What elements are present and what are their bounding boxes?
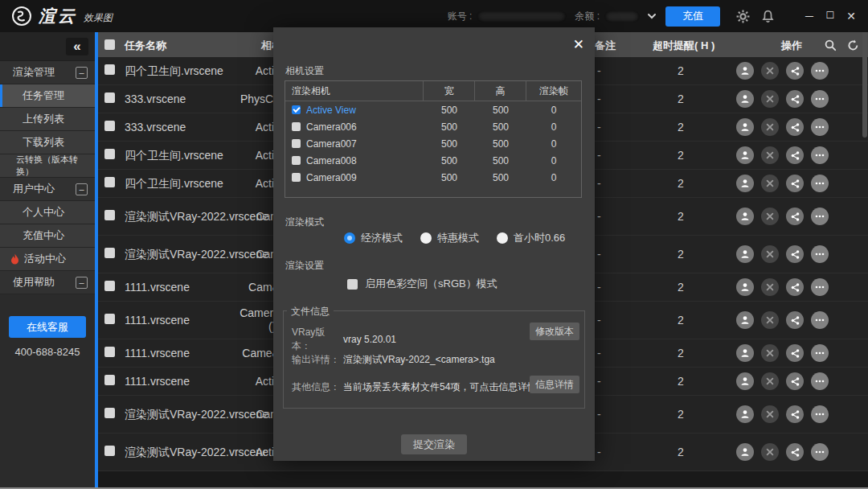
- share-icon[interactable]: [786, 118, 804, 136]
- share-icon[interactable]: [786, 311, 804, 329]
- camera-checkbox[interactable]: [292, 122, 301, 131]
- more-icon[interactable]: [811, 344, 829, 362]
- cancel-icon[interactable]: [761, 344, 779, 362]
- row-checkbox[interactable]: [104, 210, 115, 220]
- srgb-checkbox[interactable]: [347, 279, 358, 290]
- row-checkbox[interactable]: [104, 64, 115, 75]
- radio-option-economy[interactable]: 经济模式: [344, 231, 403, 245]
- cancel-icon[interactable]: [761, 372, 779, 390]
- sidebar-group-render-management[interactable]: 渲染管理–: [0, 61, 95, 84]
- user-icon[interactable]: [736, 311, 754, 329]
- more-icon[interactable]: [811, 90, 829, 108]
- camera-checkbox[interactable]: [292, 105, 301, 114]
- info-detail-button[interactable]: 信息详情: [530, 376, 579, 393]
- more-icon[interactable]: [811, 62, 829, 80]
- sidebar-item-download-list[interactable]: 下载列表: [0, 131, 95, 154]
- user-icon[interactable]: [736, 175, 754, 192]
- sidebar-group-help[interactable]: 使用帮助–: [0, 271, 95, 294]
- more-icon[interactable]: [811, 443, 829, 461]
- sidebar-item-cloud-convert[interactable]: 云转换（版本转换）: [0, 154, 95, 178]
- cancel-icon[interactable]: [761, 208, 779, 225]
- row-checkbox[interactable]: [104, 177, 115, 187]
- cancel-icon[interactable]: [761, 405, 779, 423]
- share-icon[interactable]: [786, 146, 804, 164]
- cancel-icon[interactable]: [761, 146, 779, 164]
- more-icon[interactable]: [811, 278, 829, 296]
- share-icon[interactable]: [786, 90, 804, 108]
- user-icon[interactable]: [736, 344, 754, 362]
- user-icon[interactable]: [736, 245, 754, 263]
- row-checkbox[interactable]: [104, 248, 115, 258]
- row-checkbox[interactable]: [104, 281, 115, 291]
- user-icon[interactable]: [736, 62, 754, 80]
- row-checkbox[interactable]: [104, 375, 115, 385]
- share-icon[interactable]: [786, 175, 804, 192]
- radio-first-hour-icon[interactable]: [497, 232, 508, 244]
- row-checkbox[interactable]: [104, 347, 115, 357]
- srgb-checkbox-row[interactable]: 启用色彩空间（sRGB）模式: [347, 277, 497, 291]
- user-icon[interactable]: [736, 118, 754, 136]
- sidebar-item-activity-center[interactable]: 活动中心: [0, 248, 95, 271]
- user-icon[interactable]: [736, 372, 754, 390]
- more-icon[interactable]: [811, 311, 829, 329]
- more-icon[interactable]: [811, 208, 829, 225]
- cancel-icon[interactable]: [761, 90, 779, 108]
- collapse-group-icon[interactable]: –: [76, 67, 88, 79]
- online-service-button[interactable]: 在线客服: [9, 316, 86, 338]
- radio-economy-icon[interactable]: [344, 232, 355, 244]
- sidebar-item-task-management[interactable]: 任务管理: [0, 84, 95, 108]
- share-icon[interactable]: [786, 405, 804, 423]
- sidebar-item-upload-list[interactable]: 上传列表: [0, 108, 95, 131]
- user-icon[interactable]: [736, 146, 754, 164]
- row-checkbox[interactable]: [104, 446, 115, 456]
- radio-special-icon[interactable]: [420, 232, 432, 244]
- radio-option-special[interactable]: 特惠模式: [420, 231, 479, 245]
- cancel-icon[interactable]: [761, 278, 779, 296]
- chevron-down-icon[interactable]: [646, 10, 657, 22]
- recharge-button[interactable]: 充值: [665, 6, 720, 27]
- refresh-icon[interactable]: [846, 39, 860, 52]
- share-icon[interactable]: [786, 245, 804, 263]
- radio-option-first-hour[interactable]: 首小时0.66: [497, 231, 565, 245]
- share-icon[interactable]: [786, 278, 804, 296]
- user-icon[interactable]: [736, 443, 754, 461]
- cancel-icon[interactable]: [761, 443, 779, 461]
- user-icon[interactable]: [736, 405, 754, 423]
- camera-checkbox[interactable]: [292, 139, 301, 148]
- camera-checkbox[interactable]: [292, 156, 301, 165]
- cancel-icon[interactable]: [761, 62, 779, 80]
- share-icon[interactable]: [786, 344, 804, 362]
- share-icon[interactable]: [786, 62, 804, 80]
- more-icon[interactable]: [811, 245, 829, 263]
- sidebar-group-user-center[interactable]: 用户中心–: [0, 178, 95, 201]
- collapse-sidebar-icon[interactable]: «: [66, 38, 88, 55]
- scrollbar-thumb[interactable]: [862, 29, 867, 138]
- share-icon[interactable]: [786, 208, 804, 225]
- cancel-icon[interactable]: [761, 245, 779, 263]
- close-icon[interactable]: ✕: [842, 10, 860, 23]
- row-checkbox[interactable]: [104, 92, 115, 103]
- cancel-icon[interactable]: [761, 311, 779, 329]
- user-icon[interactable]: [736, 208, 754, 225]
- maximize-icon[interactable]: ☐: [821, 10, 839, 23]
- search-icon[interactable]: [824, 39, 837, 52]
- gear-icon[interactable]: [736, 10, 750, 23]
- more-icon[interactable]: [811, 175, 829, 192]
- row-checkbox[interactable]: [104, 408, 115, 418]
- collapse-group-icon[interactable]: –: [76, 277, 88, 289]
- user-icon[interactable]: [736, 90, 754, 108]
- submit-render-button[interactable]: 提交渲染: [401, 434, 467, 454]
- select-all-checkbox[interactable]: [104, 39, 115, 50]
- share-icon[interactable]: [786, 443, 804, 461]
- camera-checkbox[interactable]: [292, 173, 301, 182]
- more-icon[interactable]: [811, 146, 829, 164]
- minimize-icon[interactable]: ─: [800, 10, 818, 23]
- row-checkbox[interactable]: [104, 121, 115, 131]
- user-icon[interactable]: [736, 278, 754, 296]
- share-icon[interactable]: [786, 372, 804, 390]
- row-checkbox[interactable]: [104, 314, 115, 324]
- modify-version-button[interactable]: 修改版本: [530, 323, 579, 340]
- more-icon[interactable]: [811, 405, 829, 423]
- more-icon[interactable]: [811, 118, 829, 136]
- cancel-icon[interactable]: [761, 118, 779, 136]
